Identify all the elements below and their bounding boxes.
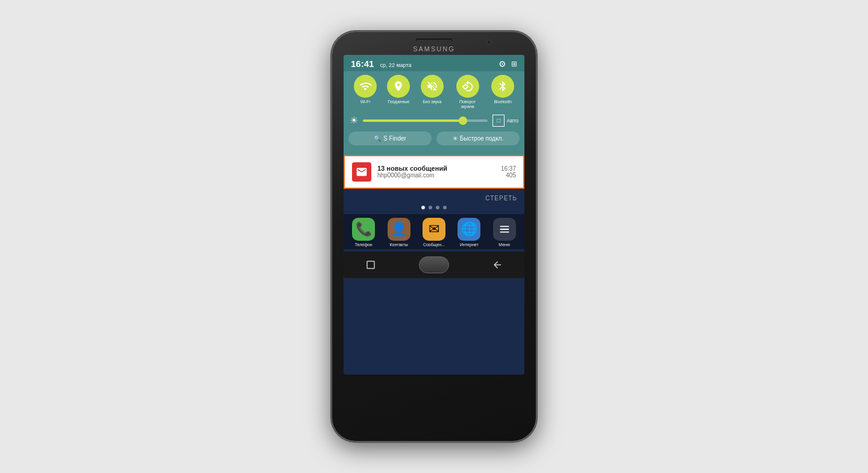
phone-device: SAMSUNG 16:41 ср, 22 марта ⚙ ⊞ (332, 31, 536, 442)
settings-icon[interactable]: ⚙ (498, 59, 506, 69)
toggle-rotate-label: Поворот экрана (454, 100, 481, 110)
grid-icon[interactable]: ⊞ (511, 60, 517, 68)
auto-label: Авто (506, 118, 518, 124)
phone-top (332, 31, 536, 45)
dock-menu-icon (493, 218, 516, 241)
notif-count: 405 (506, 172, 516, 179)
dock-phone[interactable]: 📞 Телефон (352, 218, 375, 247)
notif-subtitle: hhp0000@gmail.com (377, 172, 495, 179)
dock-messages-icon: ✉ (423, 218, 445, 241)
sfinder-button[interactable]: 🔍 S Finder (348, 132, 432, 145)
page-dot-2 (429, 206, 432, 209)
page-dot-1 (421, 206, 425, 209)
notif-content: 13 новых сообщений hhp0000@gmail.com (377, 165, 495, 179)
dock-contacts[interactable]: 👤 Контакты (388, 218, 410, 247)
speaker (416, 39, 452, 42)
dock-messages-label: Сообщен... (423, 243, 445, 247)
phone-bottom (332, 375, 536, 388)
toggle-sound-circle (421, 75, 444, 98)
dock: 📞 Телефон 👤 Контакты ✉ Сообщен... (344, 214, 524, 249)
dock-icons: 📞 Телефон 👤 Контакты ✉ Сообщен... (346, 218, 522, 247)
toggle-bluetooth[interactable]: Bluetooth (491, 75, 514, 110)
brightness-fill (363, 119, 463, 122)
quick-toggles: Wi-Fi Геоданные (344, 71, 524, 112)
notif-title: 13 новых сообщений (377, 165, 495, 172)
dock-internet-label: Интернет (460, 243, 479, 247)
back-button[interactable] (492, 259, 503, 270)
clear-button[interactable]: СТЕРЕТЬ (485, 195, 517, 202)
finder-row: 🔍 S Finder ✳ Быстрое подкл. (344, 129, 524, 150)
camera (486, 40, 491, 45)
dock-messages[interactable]: ✉ Сообщен... (423, 218, 445, 247)
dock-phone-label: Телефон (355, 243, 373, 247)
toggle-bluetooth-label: Bluetooth (494, 100, 512, 104)
quickconnect-icon: ✳ (453, 135, 458, 142)
status-date: ср, 22 марта (380, 62, 411, 68)
toggle-sound[interactable]: Без звука (421, 75, 444, 110)
brightness-low-icon: ☀ (350, 115, 358, 126)
page-dot-3 (436, 206, 439, 209)
toggle-rotate[interactable]: Поворот экрана (454, 75, 481, 110)
quickconnect-button[interactable]: ✳ Быстрое подкл. (436, 132, 520, 145)
toggle-geo-circle (387, 75, 410, 98)
dock-contacts-icon: 👤 (388, 218, 410, 241)
recents-button[interactable] (365, 259, 376, 270)
notification-panel: 16:41 ср, 22 марта ⚙ ⊞ Wi-Fi (344, 55, 524, 155)
phone-screen: 16:41 ср, 22 марта ⚙ ⊞ Wi-Fi (344, 55, 524, 375)
sfinder-icon: 🔍 (374, 135, 381, 142)
dock-internet[interactable]: 🌐 Интернет (458, 218, 480, 247)
auto-section: □ Авто (492, 115, 518, 127)
dock-menu[interactable]: Меню (493, 218, 516, 247)
toggle-geo[interactable]: Геоданные (387, 75, 410, 110)
brand-label: SAMSUNG (413, 45, 455, 52)
toggle-wifi-label: Wi-Fi (360, 100, 370, 104)
notif-gmail-icon (352, 162, 371, 182)
brightness-slider[interactable] (363, 119, 488, 122)
toggle-rotate-circle (456, 75, 479, 98)
notification-item[interactable]: 13 новых сообщений hhp0000@gmail.com 16:… (344, 155, 524, 189)
home-button[interactable] (419, 256, 449, 273)
toggle-wifi-circle (354, 75, 377, 98)
toggle-sound-label: Без звука (423, 100, 442, 104)
toggle-geo-label: Геоданные (388, 100, 410, 104)
dock-menu-label: Меню (498, 243, 510, 247)
status-icons: ⚙ ⊞ (498, 59, 517, 69)
brightness-row: ☀ □ Авто (344, 112, 524, 129)
dock-contacts-label: Контакты (389, 243, 407, 247)
home-screen: 📞 Телефон 👤 Контакты ✉ Сообщен... (344, 206, 524, 252)
page-dots (421, 206, 447, 209)
bottom-nav (344, 252, 524, 278)
notif-time: 16:37 (501, 165, 516, 172)
quickconnect-label: Быстрое подкл. (460, 135, 504, 142)
dock-phone-icon: 📞 (352, 218, 375, 241)
dock-internet-icon: 🌐 (458, 218, 480, 241)
status-time: 16:41 (351, 59, 374, 69)
brightness-thumb (459, 116, 467, 125)
toggle-wifi[interactable]: Wi-Fi (354, 75, 377, 110)
notif-time-col: 16:37 405 (501, 165, 516, 179)
sfinder-label: S Finder (383, 135, 406, 142)
toggle-bluetooth-circle (491, 75, 514, 98)
clear-row: СТЕРЕТЬ (344, 189, 524, 206)
status-bar: 16:41 ср, 22 марта ⚙ ⊞ (344, 55, 524, 71)
auto-icon: □ (492, 115, 505, 127)
page-dot-4 (443, 206, 447, 209)
